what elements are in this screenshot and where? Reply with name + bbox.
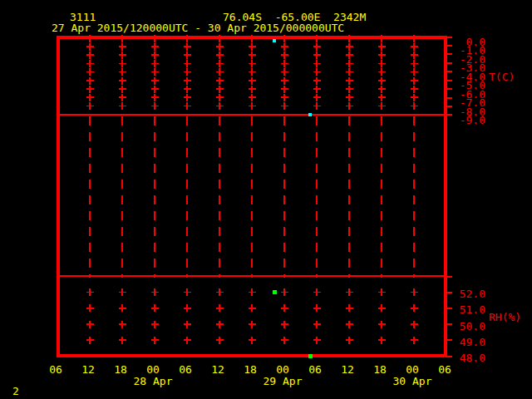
grid-cross: [313, 86, 321, 93]
grid-cross: [411, 102, 418, 110]
grid-cross: [119, 337, 126, 344]
grid-cross: [151, 288, 159, 296]
grid-cross: [86, 288, 94, 296]
grid-cross: [346, 321, 353, 328]
grid-cross: [216, 337, 224, 344]
grid-cross: [281, 321, 288, 328]
time-tick-label: 00: [396, 364, 429, 375]
grid-cross: [184, 102, 191, 110]
temperature-axis-name: T(C): [489, 71, 515, 82]
grid-cross: [119, 86, 126, 93]
grid-cross: [86, 94, 94, 101]
grid-cross: [313, 43, 321, 51]
grid-cross: [119, 321, 126, 328]
grid-cross: [119, 35, 126, 42]
grid-cross: [184, 321, 191, 328]
time-tick-label: 06: [39, 364, 72, 375]
grid-cross: [216, 102, 224, 110]
grid-cross: [346, 68, 353, 76]
grid-cross: [281, 102, 288, 110]
grid-cross: [281, 60, 288, 67]
grid-dashed-line: [413, 116, 415, 278]
grid-cross: [411, 288, 418, 296]
time-tick-label: 12: [331, 364, 364, 375]
grid-cross: [411, 35, 418, 42]
humidity-tick-label: 50.0: [451, 321, 485, 332]
grid-cross: [86, 43, 94, 51]
grid-cross: [346, 337, 353, 344]
grid-cross: [119, 60, 126, 67]
grid-cross: [378, 52, 386, 59]
grid-cross: [411, 337, 418, 344]
grid-cross: [249, 68, 256, 76]
time-tick-label: 12: [201, 364, 234, 375]
observation-timeseries-page: 3111 76.04S -65.00E 2342M 27 Apr 2015/12…: [0, 0, 532, 399]
grid-cross: [378, 77, 386, 85]
grid-cross: [216, 288, 224, 296]
grid-cross: [184, 86, 191, 93]
grid-cross: [216, 321, 224, 328]
grid-cross: [378, 337, 386, 344]
grid-dashed-line: [348, 116, 350, 278]
grid-cross: [411, 94, 418, 101]
grid-cross: [411, 43, 418, 51]
grid-cross: [411, 86, 418, 93]
grid-cross: [346, 288, 353, 296]
grid-cross: [411, 52, 418, 59]
grid-dashed-line: [89, 116, 91, 278]
grid-cross: [281, 94, 288, 101]
grid-cross: [249, 52, 256, 59]
grid-dashed-line: [154, 116, 155, 278]
humidity-axis-tick: [446, 276, 452, 278]
time-tick-label: 18: [363, 364, 397, 375]
grid-cross: [346, 94, 353, 101]
grid-cross: [249, 86, 256, 93]
grid-cross: [281, 337, 288, 344]
grid-cross: [151, 35, 159, 42]
temperature-panel-bottom-line: [57, 114, 447, 116]
grid-cross: [119, 102, 126, 110]
date-label: 29 Apr: [258, 376, 308, 387]
grid-cross: [281, 77, 288, 85]
grid-cross: [184, 43, 191, 51]
grid-cross: [281, 35, 288, 42]
grid-cross: [151, 102, 159, 110]
grid-cross: [411, 60, 418, 67]
grid-cross: [378, 288, 386, 296]
grid-dashed-line: [381, 116, 382, 278]
grid-cross: [313, 337, 321, 344]
grid-cross: [184, 337, 191, 344]
grid-cross: [378, 94, 386, 101]
grid-cross: [119, 94, 126, 101]
grid-cross: [151, 52, 159, 59]
grid-cross: [313, 68, 321, 76]
temperature-tick-label: -9.0: [451, 115, 485, 126]
grid-cross: [346, 52, 353, 59]
grid-cross: [378, 35, 386, 42]
data-point-relative_humidity: [308, 354, 313, 358]
grid-cross: [184, 94, 191, 101]
grid-cross: [313, 52, 321, 59]
grid-cross: [184, 52, 191, 59]
data-point-temperature: [308, 113, 312, 116]
grid-cross: [411, 321, 418, 328]
grid-cross: [216, 86, 224, 93]
grid-cross: [86, 52, 94, 59]
grid-cross: [249, 288, 256, 296]
time-tick-label: 18: [104, 364, 137, 375]
grid-cross: [281, 52, 288, 59]
grid-cross: [378, 60, 386, 67]
date-label: 28 Apr: [128, 376, 178, 387]
grid-dashed-line: [121, 116, 123, 278]
grid-cross: [86, 35, 94, 42]
humidity-tick-label: 52.0: [451, 288, 485, 299]
grid-cross: [119, 68, 126, 76]
time-tick-label: 06: [298, 364, 332, 375]
grid-cross: [249, 60, 256, 67]
data-point-relative_humidity: [273, 290, 277, 294]
grid-cross: [216, 94, 224, 101]
grid-cross: [249, 94, 256, 101]
time-tick-label: 18: [234, 364, 267, 375]
grid-cross: [151, 337, 159, 344]
grid-cross: [313, 304, 321, 312]
